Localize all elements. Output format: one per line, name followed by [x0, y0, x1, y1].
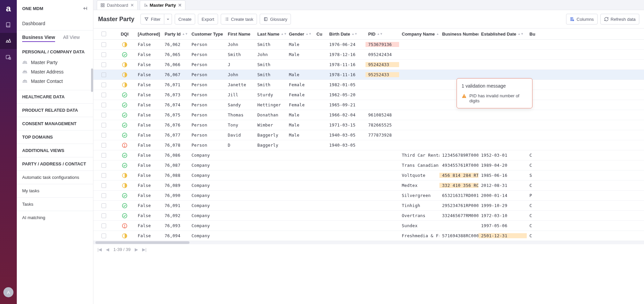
sidebar-item-ai[interactable]: AI matching: [22, 215, 88, 220]
row-checkbox[interactable]: [101, 203, 106, 208]
table-row[interactable]: False76,066PersonJSmith1978-11-169524243…: [93, 60, 644, 70]
row-checkbox[interactable]: [101, 52, 106, 57]
col-established-date[interactable]: Established Date▲▼: [478, 32, 527, 37]
table-row[interactable]: False76,067PersonJohnSmithMale1978-11-16…: [93, 70, 644, 80]
rail-item-mdm[interactable]: [0, 33, 17, 49]
sidebar-item-mytasks[interactable]: My tasks: [22, 188, 88, 193]
sidebar-group-product[interactable]: PRODUCT RELATED DATA: [22, 108, 88, 113]
table-row[interactable]: False76,073PersonJillSturdyFemale1962-05…: [93, 90, 644, 100]
col-gender[interactable]: Gender▲▼: [286, 32, 314, 37]
view-tab-business[interactable]: Business View: [22, 35, 55, 42]
row-checkbox[interactable]: [101, 234, 106, 238]
table-row[interactable]: False76,078PersonDBaggerly1940-03-05: [93, 140, 644, 150]
page-last[interactable]: ▶|: [142, 247, 146, 252]
cell-customer-type: Person: [189, 92, 225, 97]
create-button[interactable]: Create: [175, 14, 195, 24]
table-row[interactable]: False76,090CompanySilvergreen653216317RD…: [93, 191, 644, 201]
rail-item-book[interactable]: [0, 17, 17, 33]
sidebar-item-master-party[interactable]: Master Party: [22, 58, 88, 67]
sidebar-collapse-icon[interactable]: [82, 6, 88, 11]
row-checkbox[interactable]: [101, 103, 106, 107]
table-row[interactable]: False76,077PersonDavidBaggerlyMale1940-0…: [93, 130, 644, 140]
col-business-number[interactable]: Business Number: [439, 32, 478, 37]
filter-button[interactable]: Filter: [140, 14, 164, 24]
row-checkbox[interactable]: [101, 72, 106, 77]
row-checkbox[interactable]: [101, 93, 106, 97]
col-dqi[interactable]: DQI: [114, 32, 135, 37]
sidebar-group-pac[interactable]: PARTY / ADDRESS / CONTACT: [22, 161, 88, 166]
export-button[interactable]: Export: [198, 14, 218, 24]
sidebar-scrollbar[interactable]: [91, 68, 93, 92]
table-row[interactable]: False76,062PersonJohnSmithMale1976-06-24…: [93, 40, 644, 50]
sidebar-item-master-address[interactable]: Master Address: [22, 67, 88, 77]
select-all-checkbox[interactable]: [101, 32, 106, 36]
table-row[interactable]: False76,093CompanySundex1997-05-06C: [93, 221, 644, 231]
sidebar-group-topdomains[interactable]: TOP DOMAINS: [22, 135, 88, 140]
table-row[interactable]: False76,076PersonTonyWimberMale1971-03-1…: [93, 120, 644, 130]
col-pid[interactable]: PID▲▼: [366, 32, 399, 37]
filter-dropdown-button[interactable]: [164, 14, 172, 24]
row-checkbox[interactable]: [101, 62, 106, 67]
tab-master-party[interactable]: Master Party ✕: [140, 0, 185, 10]
sidebar-dashboard[interactable]: Dashboard: [17, 17, 93, 31]
table-row[interactable]: False76,088CompanyVoltquote456 814 284 R…: [93, 170, 644, 181]
row-checkbox[interactable]: [101, 213, 106, 218]
row-checkbox[interactable]: [101, 163, 106, 168]
row-checkbox[interactable]: [101, 42, 106, 47]
col-cu[interactable]: Cu: [314, 32, 327, 37]
sidebar-group-healthcare[interactable]: HEALTHCARE DATA: [22, 94, 88, 99]
refresh-button[interactable]: Refresh data: [600, 14, 639, 24]
sidebar-item-tasks[interactable]: Tasks: [22, 202, 88, 207]
page-prev[interactable]: ◀: [106, 247, 109, 252]
col-customer-type[interactable]: Customer Type: [189, 32, 225, 37]
table-row[interactable]: False76,071PersonJanetteSmithFemale1982-…: [93, 80, 644, 90]
row-checkbox[interactable]: [101, 173, 106, 178]
app-logo: a: [0, 0, 17, 17]
col-last-name[interactable]: Last Name▲▼: [255, 32, 286, 37]
col-birth-date[interactable]: Birth Date▲▼: [327, 32, 366, 37]
table-row[interactable]: False76,091CompanyTinhigh295234761RP0001…: [93, 201, 644, 211]
cell-party-id: 76,078: [162, 143, 189, 148]
user-avatar[interactable]: A: [3, 287, 13, 297]
sidebar-item-auto-task[interactable]: Automatic task configurations: [22, 175, 88, 180]
close-icon[interactable]: ✕: [130, 3, 134, 8]
sidebar-group-consent[interactable]: CONSENT MANAGEMENT: [22, 121, 88, 126]
sidebar-item-master-contact[interactable]: Master Contact: [22, 77, 88, 86]
table-row[interactable]: False76,086CompanyThird Car Rental123456…: [93, 150, 644, 160]
row-checkbox[interactable]: [101, 223, 106, 228]
table-row[interactable]: False76,087CompanyTrans Canadian49345576…: [93, 160, 644, 170]
sidebar-group-additional[interactable]: ADDITIONAL VIEWS: [22, 148, 88, 153]
row-checkbox[interactable]: [101, 153, 106, 158]
row-checkbox[interactable]: [101, 133, 106, 138]
page-first[interactable]: |◀: [97, 247, 102, 252]
row-checkbox[interactable]: [101, 143, 106, 148]
page-next[interactable]: ▶: [135, 247, 138, 252]
row-checkbox[interactable]: [101, 193, 106, 198]
sidebar-group-personal[interactable]: PERSONAL / COMPANY DATA: [22, 49, 88, 54]
tab-dashboard[interactable]: Dashboard ✕: [97, 0, 138, 10]
col-party-id[interactable]: Party Id▲▼: [162, 32, 189, 37]
columns-button[interactable]: Columns: [566, 14, 597, 24]
table-row[interactable]: False76,065PersonSmithJohnMale1978-12-16…: [93, 50, 644, 60]
row-checkbox[interactable]: [101, 83, 106, 87]
row-checkbox[interactable]: [101, 123, 106, 128]
table-row[interactable]: False76,074PersonSandyHettingerFemale196…: [93, 100, 644, 110]
glossary-button[interactable]: Glossary: [260, 14, 291, 24]
table-row[interactable]: False76,075PersonThomasDonathanMale1966-…: [93, 110, 644, 120]
col-authored[interactable]: [Authored]: [135, 32, 162, 37]
table-row[interactable]: False76,089CompanyMedtex332 410 356 RC20…: [93, 181, 644, 191]
row-checkbox[interactable]: [101, 113, 106, 117]
rail-item-search[interactable]: [0, 49, 17, 65]
row-checkbox[interactable]: [101, 183, 106, 188]
create-task-button[interactable]: Create task: [221, 14, 257, 24]
close-icon[interactable]: ✕: [178, 3, 182, 8]
horizontal-scrollbar[interactable]: [93, 241, 644, 244]
view-tab-all[interactable]: All View: [63, 35, 80, 42]
col-company-name[interactable]: Company Name▲▼: [399, 32, 439, 37]
col-bu[interactable]: Bu: [527, 32, 537, 37]
table-row[interactable]: False76,092CompanyOvertrans332465677RM00…: [93, 211, 644, 221]
cell-company-name: Third Car Rental: [399, 153, 439, 158]
dqi-icon: [122, 162, 128, 168]
table-row[interactable]: False76,094CompanyFreshmedia & Fre571694…: [93, 231, 644, 241]
col-first-name[interactable]: First Name: [225, 32, 255, 37]
